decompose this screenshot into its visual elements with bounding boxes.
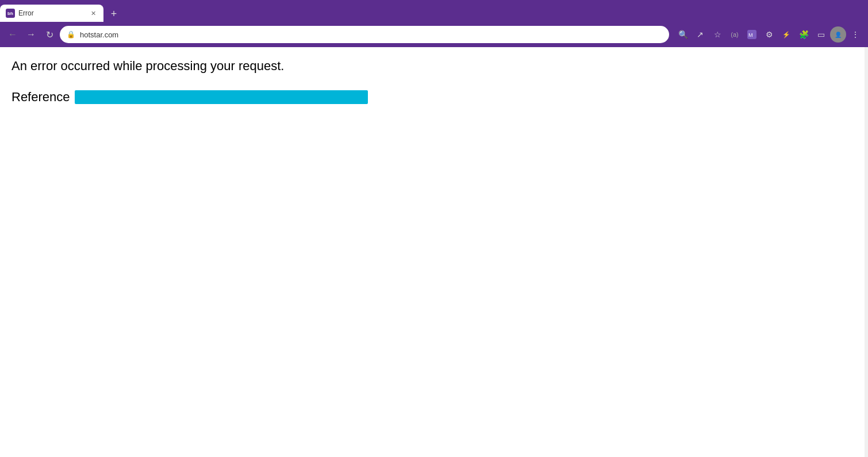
tab-close-button[interactable]: ✕ — [89, 9, 98, 18]
reference-row: Reference — [11, 90, 857, 105]
split-screen-icon[interactable]: ▭ — [813, 26, 829, 43]
profile-avatar[interactable]: 👤 — [830, 26, 846, 43]
back-button[interactable]: ← — [5, 26, 21, 43]
scrollbar-track[interactable] — [865, 47, 868, 457]
address-bar[interactable]: 🔒 hotstar.com — [60, 26, 669, 43]
refresh-button[interactable]: ↻ — [41, 26, 57, 43]
forward-button[interactable]: → — [23, 26, 39, 43]
address-text: hotstar.com — [80, 30, 662, 39]
extensions-icon[interactable]: 🧩 — [796, 26, 812, 43]
svg-text:M: M — [748, 32, 753, 38]
reference-value — [75, 90, 368, 104]
active-tab[interactable]: bh Error ✕ — [0, 5, 103, 22]
more-options-icon[interactable]: ⋮ — [847, 26, 863, 43]
copilot-icon[interactable]: M — [744, 26, 760, 43]
error-message: An error occurred while processing your … — [11, 59, 857, 74]
toolbar-icons: 🔍 ↗ ☆ (a) M ⚙ ⚡ 🧩 ▭ 👤 ⋮ — [675, 26, 863, 43]
page-content: An error occurred while processing your … — [0, 47, 868, 116]
reader-mode-icon[interactable]: (a) — [727, 26, 743, 43]
performance-icon[interactable]: ⚡ — [778, 26, 794, 43]
lock-icon: 🔒 — [67, 30, 75, 39]
new-tab-button[interactable]: + — [106, 6, 122, 22]
navigation-bar: ← → ↻ 🔒 hotstar.com 🔍 ↗ ☆ (a) M ⚙ — [0, 22, 868, 47]
settings-icon[interactable]: ⚙ — [761, 26, 777, 43]
zoom-icon[interactable]: 🔍 — [675, 26, 691, 43]
tab-title: Error — [18, 9, 85, 17]
tab-favicon: bh — [6, 9, 15, 18]
bookmark-icon[interactable]: ☆ — [709, 26, 725, 43]
reference-label: Reference — [11, 90, 70, 105]
share-icon[interactable]: ↗ — [692, 26, 708, 43]
tab-bar: bh Error ✕ + — [0, 0, 868, 22]
